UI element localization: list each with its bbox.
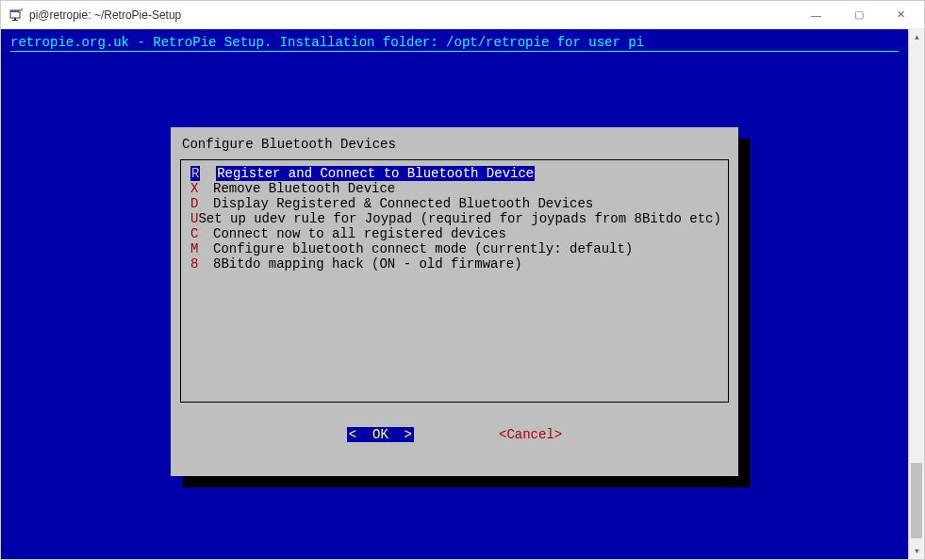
- menu-list: R Register and Connect to Bluetooth Devi…: [180, 159, 729, 403]
- titlebar-title: pi@retropie: ~/RetroPie-Setup: [29, 8, 795, 22]
- terminal-content: retropie.org.uk - RetroPie Setup. Instal…: [1, 29, 908, 559]
- menu-item-key: 8: [190, 256, 213, 272]
- header-underline: [10, 51, 899, 52]
- scrollbar-thumb[interactable]: [911, 463, 922, 538]
- svg-rect-2: [14, 18, 16, 20]
- scrollbar-up-icon[interactable]: ▲: [909, 29, 924, 45]
- menu-item-label: Configure bluetooth connect mode (curren…: [213, 241, 633, 256]
- setup-header: retropie.org.uk - RetroPie Setup. Instal…: [1, 29, 908, 51]
- scrollbar-down-icon[interactable]: ▼: [909, 543, 924, 559]
- cancel-button[interactable]: <Cancel>: [499, 427, 562, 442]
- menu-item-key: X: [190, 181, 213, 196]
- menu-item-key: U: [190, 211, 198, 226]
- maximize-button[interactable]: ▢: [837, 2, 880, 28]
- menu-item-label: Set up udev rule for Joypad (required fo…: [198, 211, 721, 226]
- terminal: retropie.org.uk - RetroPie Setup. Instal…: [1, 29, 924, 559]
- menu-item[interactable]: CConnect now to all registered devices: [190, 226, 719, 241]
- window: pi@retropie: ~/RetroPie-Setup — ▢ ✕ retr…: [0, 0, 925, 560]
- close-button[interactable]: ✕: [880, 2, 922, 28]
- menu-item[interactable]: XRemove Bluetooth Device: [190, 181, 719, 196]
- menu-item-label: Remove Bluetooth Device: [213, 181, 395, 196]
- menu-item-key: R: [190, 166, 200, 181]
- menu-item-label: Display Registered & Connected Bluetooth…: [213, 196, 593, 211]
- menu-item[interactable]: R Register and Connect to Bluetooth Devi…: [190, 166, 719, 181]
- dialog-title: Configure Bluetooth Devices: [171, 127, 738, 156]
- menu-item[interactable]: DDisplay Registered & Connected Bluetoot…: [190, 196, 719, 211]
- menu-item[interactable]: USet up udev rule for Joypad (required f…: [190, 211, 719, 226]
- menu-item-label: 8Bitdo mapping hack (ON - old firmware): [213, 256, 522, 272]
- minimize-button[interactable]: —: [795, 2, 837, 28]
- menu-item-label: Connect now to all registered devices: [213, 226, 506, 241]
- menu-item-key: C: [190, 226, 213, 241]
- ok-button[interactable]: < OK >: [347, 427, 414, 442]
- svg-rect-3: [12, 20, 18, 21]
- titlebar: pi@retropie: ~/RetroPie-Setup — ▢ ✕: [1, 1, 924, 29]
- dialog-box: Configure Bluetooth Devices R Register a…: [171, 127, 738, 476]
- menu-item[interactable]: 88Bitdo mapping hack (ON - old firmware): [190, 256, 719, 272]
- scrollbar[interactable]: ▲ ▼: [908, 29, 924, 559]
- menu-item-key: M: [190, 241, 213, 256]
- menu-item-key: D: [190, 196, 213, 211]
- titlebar-controls: — ▢ ✕: [795, 2, 922, 28]
- menu-item[interactable]: MConfigure bluetooth connect mode (curre…: [190, 241, 719, 256]
- dialog-buttons: < OK > <Cancel>: [171, 403, 738, 442]
- putty-icon: [8, 8, 24, 23]
- menu-item-label: Register and Connect to Bluetooth Device: [216, 166, 535, 181]
